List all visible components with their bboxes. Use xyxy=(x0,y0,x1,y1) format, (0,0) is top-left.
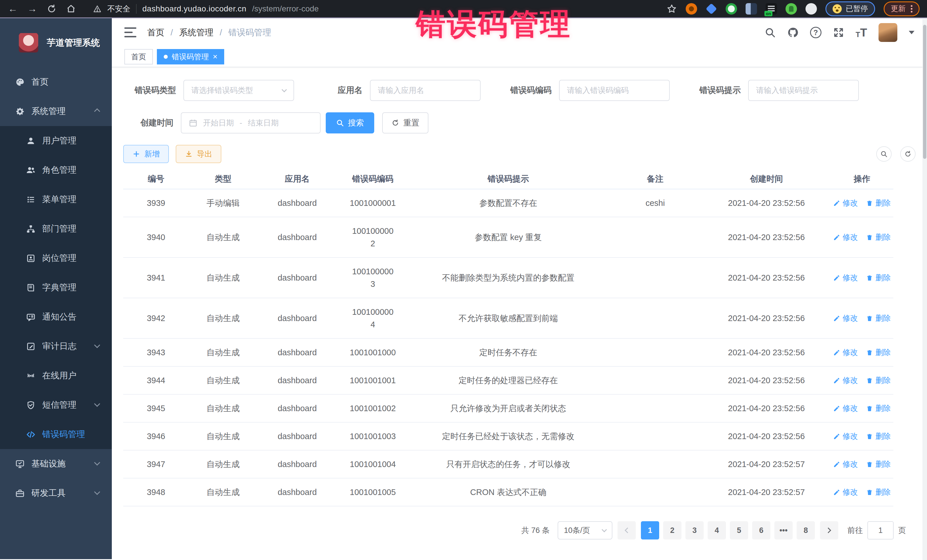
edit-link[interactable]: 修改 xyxy=(833,402,858,414)
delete-link-label: 删除 xyxy=(875,486,891,498)
extension-orange-icon[interactable] xyxy=(686,3,697,15)
column-header-app: 应用名 xyxy=(257,173,337,185)
delete-link[interactable]: 删除 xyxy=(866,272,891,284)
edit-link[interactable]: 修改 xyxy=(833,312,858,325)
sidebar-item-posts[interactable]: 岗位管理 xyxy=(0,243,112,273)
tag-home[interactable]: 首页 xyxy=(125,49,153,64)
annotation-overlay-title: 错误码管理 xyxy=(416,5,571,44)
extension-equalizer-icon[interactable]: on xyxy=(766,3,777,15)
edit-link[interactable]: 修改 xyxy=(833,486,858,498)
edit-link[interactable]: 修改 xyxy=(833,430,858,443)
table-row: 3940 自动生成 dashboard 100100000 2 参数配置 key… xyxy=(123,217,894,258)
page-number-button[interactable]: 4 xyxy=(708,521,726,539)
delete-link[interactable]: 删除 xyxy=(866,402,891,414)
forward-icon[interactable]: → xyxy=(27,3,38,14)
table-row: 3941 自动生成 dashboard 100100000 3 不能删除类型为系… xyxy=(123,258,894,298)
sidebar-item-roles[interactable]: 角色管理 xyxy=(0,155,112,185)
help-icon[interactable] xyxy=(810,27,821,38)
sidebar-item-dictionary[interactable]: 字典管理 xyxy=(0,273,112,302)
extension-gem-icon[interactable] xyxy=(706,3,717,15)
app-name-input[interactable]: 请输入应用名 xyxy=(370,80,480,101)
search-icon[interactable] xyxy=(764,27,776,38)
edit-link[interactable]: 修改 xyxy=(833,231,858,243)
page-number-button[interactable]: 6 xyxy=(752,521,770,539)
delete-link[interactable]: 删除 xyxy=(866,231,891,243)
page-number-button[interactable]: 1 xyxy=(641,521,659,539)
sidebar-item-error-code[interactable]: 错误码管理 xyxy=(0,420,112,449)
breadcrumb-system[interactable]: 系统管理 xyxy=(179,27,213,38)
fullscreen-icon[interactable] xyxy=(833,27,844,38)
sidebar-item-sms[interactable]: 短信管理 xyxy=(0,390,112,420)
page-number-button[interactable]: ••• xyxy=(774,521,793,539)
extension-android-icon[interactable] xyxy=(786,3,797,15)
breadcrumb-home[interactable]: 首页 xyxy=(147,27,164,38)
edit-link[interactable]: 修改 xyxy=(833,272,858,284)
reset-button[interactable]: 重置 xyxy=(382,112,429,134)
page-number-button[interactable]: 8 xyxy=(797,521,815,539)
error-msg-input[interactable]: 请输入错误码提示 xyxy=(748,80,859,101)
sidebar-item-audit-log[interactable]: 审计日志 xyxy=(0,332,112,361)
sidebar-item-home[interactable]: 首页 xyxy=(0,67,112,97)
users-icon xyxy=(24,165,37,175)
edit-link[interactable]: 修改 xyxy=(833,458,858,470)
add-button[interactable]: 新增 xyxy=(123,145,169,163)
scrollbar-thumb[interactable] xyxy=(923,25,926,159)
sidebar-item-menus[interactable]: 菜单管理 xyxy=(0,185,112,214)
github-icon[interactable] xyxy=(787,27,799,38)
reload-icon[interactable] xyxy=(46,3,57,14)
extension-ghost-icon[interactable] xyxy=(805,3,817,15)
next-page-button[interactable] xyxy=(820,521,838,539)
edit-link[interactable]: 修改 xyxy=(833,197,858,209)
page-number-button[interactable]: 2 xyxy=(663,521,681,539)
address-bar[interactable]: 不安全 dashboard.yudao.iocoder.cn/system/er… xyxy=(93,4,319,14)
back-icon[interactable]: ← xyxy=(8,3,18,14)
close-icon[interactable] xyxy=(213,53,217,61)
page-number-button[interactable]: 5 xyxy=(730,521,748,539)
page-number-button[interactable]: 3 xyxy=(685,521,704,539)
cell-id: 3945 xyxy=(123,402,189,414)
sidebar-item-dev-tools[interactable]: 研发工具 xyxy=(0,478,112,508)
font-size-icon[interactable] xyxy=(856,26,867,39)
delete-link[interactable]: 删除 xyxy=(866,374,891,387)
error-code-input[interactable]: 请输入错误码编码 xyxy=(559,80,670,101)
export-button[interactable]: 导出 xyxy=(176,145,221,163)
hamburger-icon[interactable] xyxy=(125,27,136,38)
table-row: 3943 自动生成 dashboard 1001001000 定时任务不存在 2… xyxy=(123,339,894,367)
extension-green-icon[interactable] xyxy=(726,3,737,15)
sidebar-item-notices[interactable]: 通知公告 xyxy=(0,302,112,332)
tag-error-code[interactable]: 错误码管理 xyxy=(157,49,224,64)
browser-menu-icon[interactable] xyxy=(911,8,912,10)
browser-update-button[interactable]: 更新 xyxy=(884,2,919,16)
input-placeholder: 请输入错误码提示 xyxy=(756,85,818,96)
sidebar-item-users[interactable]: 用户管理 xyxy=(0,126,112,155)
sidebar-item-online-users[interactable]: 在线用户 xyxy=(0,361,112,390)
edit-link[interactable]: 修改 xyxy=(833,374,858,387)
delete-link[interactable]: 删除 xyxy=(866,197,891,209)
bookmark-star-icon[interactable] xyxy=(666,3,677,14)
delete-link[interactable]: 删除 xyxy=(866,486,891,498)
sidebar-item-departments[interactable]: 部门管理 xyxy=(0,214,112,243)
user-avatar[interactable] xyxy=(878,23,897,42)
delete-link[interactable]: 删除 xyxy=(866,430,891,443)
error-type-select[interactable]: 请选择错误码类型 xyxy=(183,80,294,101)
delete-link[interactable]: 删除 xyxy=(866,312,891,325)
avatar-caret-icon[interactable] xyxy=(909,31,915,34)
prev-page-button[interactable] xyxy=(617,521,636,539)
profile-paused-chip[interactable]: 已暂停 xyxy=(825,2,875,16)
sidebar-item-system[interactable]: 系统管理 xyxy=(0,97,112,126)
cell-code: 100100000 4 xyxy=(337,306,409,331)
delete-link[interactable]: 删除 xyxy=(866,346,891,359)
export-button-label: 导出 xyxy=(197,149,212,159)
date-range-picker[interactable]: 开始日期 - 结束日期 xyxy=(181,112,321,134)
goto-page-input[interactable] xyxy=(868,521,894,539)
extension-columns-icon[interactable] xyxy=(746,3,757,15)
home-icon[interactable] xyxy=(65,3,76,14)
edit-link[interactable]: 修改 xyxy=(833,346,858,359)
search-button[interactable]: 搜索 xyxy=(326,112,374,134)
scrollbar-track[interactable] xyxy=(922,19,927,560)
toggle-search-button[interactable] xyxy=(876,146,892,162)
refresh-table-button[interactable] xyxy=(900,146,916,162)
page-size-select[interactable]: 10条/页 xyxy=(558,521,612,539)
sidebar-item-infrastructure[interactable]: 基础设施 xyxy=(0,449,112,478)
delete-link[interactable]: 删除 xyxy=(866,458,891,470)
